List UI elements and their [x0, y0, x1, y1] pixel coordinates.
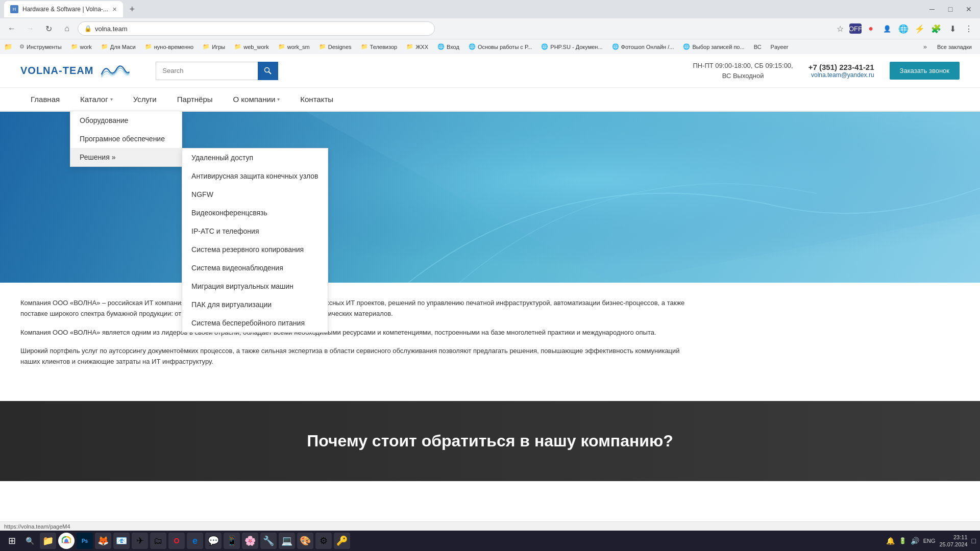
logo-text[interactable]: VOLNA-TEAM	[20, 65, 93, 77]
bookmark-выбор[interactable]: 🌐 Выбор записей по...	[679, 42, 748, 51]
nav-link-партнеры[interactable]: Партнёры	[167, 88, 223, 111]
nav-item-партнеры: Партнёры	[167, 88, 223, 111]
start-btn[interactable]: ⊞	[4, 533, 19, 548]
nav-link-каталог[interactable]: Каталог ▾	[70, 88, 123, 111]
bookmark-инструменты[interactable]: ⚙ Инструменты	[15, 42, 66, 51]
taskbar-opera-icon[interactable]: O	[168, 533, 185, 549]
nav-link-контакты[interactable]: Контакты	[290, 88, 344, 111]
tab-close-btn[interactable]: ✕	[112, 6, 117, 13]
subdropdown-item-видеонаблюд[interactable]: Система видеонаблюдения	[182, 259, 327, 277]
bookmark-нуно[interactable]: 📁 нуно-временно	[141, 42, 198, 51]
taskbar-lang[interactable]: ENG	[923, 538, 936, 544]
browser-ext-icon2[interactable]: ●	[864, 21, 878, 36]
subdropdown-item-удаленный[interactable]: Удаленный доступ	[182, 148, 327, 167]
taskbar-app5-icon[interactable]: 📧	[113, 533, 130, 549]
dropdown-item-программное[interactable]: Програмное обеспечение	[70, 130, 182, 148]
minimize-btn[interactable]: ─	[925, 2, 939, 16]
nav-link-услуги[interactable]: Услуги	[123, 88, 167, 111]
bookmark-work-sm[interactable]: 📁 work_sm	[274, 42, 314, 51]
subdropdown-item-антивирус[interactable]: Антивирусная защита конечных узлов	[182, 167, 327, 185]
subdropdown-item-ngfw[interactable]: NGFW	[182, 185, 327, 204]
taskbar-show-desktop-icon[interactable]: □	[972, 537, 976, 545]
search-btn[interactable]	[258, 62, 278, 80]
taskbar-app16-icon[interactable]: ⚙	[315, 533, 332, 549]
forward-btn[interactable]: →	[22, 21, 38, 36]
subdropdown-label: Система бесперебойного питания	[191, 319, 305, 327]
taskbar-viber-icon[interactable]: 📱	[224, 533, 240, 549]
bookmark-основы[interactable]: 🌐 Основы работы с Р...	[464, 42, 536, 51]
subdropdown-item-резерв[interactable]: Система резервного копирования	[182, 240, 327, 259]
site-nav: Главная Каталог ▾ Оборудование Програмно…	[0, 88, 980, 112]
downloads-btn[interactable]: ⬇	[945, 21, 960, 36]
bookmark-телевизор[interactable]: 📁 Телевизор	[357, 42, 402, 51]
maximize-btn[interactable]: □	[943, 2, 958, 16]
subdropdown-item-видеоконф[interactable]: Видеоконференцсвязь	[182, 204, 327, 222]
taskbar-app17-icon[interactable]: 🔑	[334, 533, 350, 549]
new-tab-btn[interactable]: +	[125, 2, 139, 16]
email-address[interactable]: volna.team@yandex.ru	[808, 71, 874, 79]
address-bar[interactable]: 🔒 volna.team	[78, 21, 435, 36]
taskbar-explorer-icon[interactable]: 📁	[40, 533, 56, 549]
taskbar-whatsapp-icon[interactable]: 💬	[205, 533, 222, 549]
taskbar-search-icon[interactable]: 🔍	[21, 533, 38, 549]
browser-ext-icon4[interactable]: 🌐	[896, 21, 911, 36]
phone-number[interactable]: +7 (351) 223-41-21	[808, 63, 874, 71]
taskbar-app13-icon[interactable]: 🔧	[260, 533, 277, 549]
bookmark-вход[interactable]: 🌐 Вход	[433, 42, 463, 51]
taskbar-app7-icon[interactable]: 🗂	[150, 533, 166, 549]
bookmark-label: Фотошоп Онлайн /...	[621, 44, 674, 50]
bookmarks-folder-icon: 📁	[4, 43, 12, 51]
taskbar: ⊞ 🔍 📁 Ps 🦊 📧 ✈ 🗂 O e 💬 📱 🌸 🔧 💻 🎨 ⚙ 🔑 🔔 🔋…	[0, 531, 980, 551]
bookmark-all[interactable]: Все закладки	[933, 43, 976, 51]
browser-menu-btn[interactable]: ⋮	[962, 21, 976, 36]
taskbar-edge-icon[interactable]: e	[187, 533, 203, 549]
bookmark-payeer[interactable]: Payeer	[767, 43, 793, 51]
taskbar-chrome-icon[interactable]	[58, 533, 75, 549]
taskbar-firefox-icon[interactable]: 🦊	[95, 533, 111, 549]
bookmark-web-work[interactable]: 📁 web_work	[230, 42, 273, 51]
bookmark-designes[interactable]: 📁 Designes	[315, 42, 356, 51]
nav-link-о-компании[interactable]: О компании ▾	[223, 88, 290, 111]
schedule-line1: ПН-ПТ 09:00-18:00, СБ 09:15:00,	[693, 61, 793, 71]
tab-title: Hardware & Software | Volna-...	[22, 6, 108, 13]
extensions-btn[interactable]: 🧩	[929, 21, 943, 36]
bookmark-work[interactable]: 📁 work	[67, 42, 96, 51]
nav-link-главная[interactable]: Главная	[20, 88, 70, 111]
taskbar-app12-icon[interactable]: 🌸	[242, 533, 258, 549]
browser-ext-icon5[interactable]: ⚡	[913, 21, 927, 36]
bookmark-label: web_work	[243, 44, 269, 50]
status-url: https://volna.team/pageM4	[4, 523, 70, 530]
taskbar-photoshop-icon[interactable]: Ps	[77, 533, 93, 549]
browser-ext-icon3[interactable]: 👤	[880, 21, 894, 36]
bookmark-photoshop[interactable]: 🌐 Фотошоп Онлайн /...	[608, 42, 678, 51]
taskbar-app15-icon[interactable]: 🎨	[297, 533, 313, 549]
taskbar-app14-icon[interactable]: 💻	[279, 533, 295, 549]
bookmark-star-icon[interactable]: ☆	[833, 21, 847, 36]
bookmark-php[interactable]: 🌐 PHP.SU - Докумен...	[537, 42, 606, 51]
search-input[interactable]	[156, 62, 258, 80]
back-btn[interactable]: ←	[4, 21, 19, 36]
nav-label-главная: Главная	[31, 95, 60, 104]
close-btn[interactable]: ✕	[962, 2, 976, 16]
bookmark-для-маси[interactable]: 📁 Для Маси	[97, 42, 140, 51]
dropdown-item-оборудование[interactable]: Оборудование	[70, 111, 182, 130]
bookmarks-more-btn[interactable]: »	[920, 42, 930, 52]
taskbar-volume-icon[interactable]: 🔊	[911, 537, 919, 545]
bookmark-folder-icon6: 📁	[278, 43, 285, 50]
subdropdown-item-пак[interactable]: ПАК для виртуализации	[182, 295, 327, 314]
taskbar-notification-icon[interactable]: 🔔	[886, 537, 895, 545]
refresh-btn[interactable]: ↻	[41, 21, 56, 36]
bookmark-жхх[interactable]: 📁 ЖХХ	[402, 42, 432, 51]
call-btn[interactable]: Заказать звонок	[890, 62, 960, 80]
dropdown-item-решения[interactable]: Решения » Удаленный доступ Антивирусная …	[70, 148, 182, 166]
subdropdown-item-питание[interactable]: Система бесперебойного питания	[182, 314, 327, 332]
browser-ext-icon1[interactable]: OFF	[849, 23, 862, 34]
subdropdown-item-ip-atс[interactable]: IP-АТС и телефония	[182, 222, 327, 240]
home-btn[interactable]: ⌂	[59, 21, 75, 36]
subdropdown-item-миграция[interactable]: Миграция виртуальных машин	[182, 277, 327, 295]
bookmark-игры[interactable]: 📁 Игры	[199, 42, 229, 51]
nav-item-главная: Главная	[20, 88, 70, 111]
browser-tab[interactable]: H Hardware & Software | Volna-... ✕	[4, 1, 123, 17]
bookmark-вс[interactable]: ВС	[750, 43, 766, 51]
taskbar-telegram-icon[interactable]: ✈	[132, 533, 148, 549]
